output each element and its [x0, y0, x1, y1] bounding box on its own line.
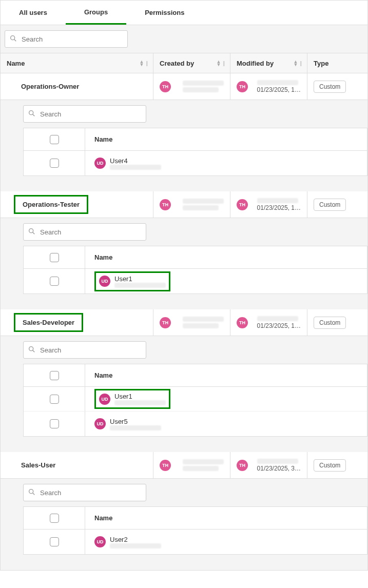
modified-date: 01/23/2025, 1…	[257, 86, 301, 93]
select-all-checkbox[interactable]	[50, 135, 59, 144]
svg-point-8	[29, 489, 33, 493]
redacted-text	[114, 400, 166, 405]
member-search-input[interactable]	[39, 228, 142, 237]
column-header-row: Name ▲▼ || Created by ▲▼ || Modified by …	[1, 53, 367, 73]
sort-icon[interactable]: ▲▼	[139, 60, 144, 66]
checkbox-cell	[24, 151, 85, 175]
colhead-created-by[interactable]: Created by ▲▼ ||	[153, 53, 230, 73]
svg-point-6	[29, 346, 33, 350]
group-name-cell: Operations-Tester	[1, 191, 153, 218]
sort-icon[interactable]: ▲▼	[216, 60, 221, 66]
search-field[interactable]	[5, 30, 128, 48]
select-all-checkbox[interactable]	[50, 371, 59, 380]
created-by-cell: TH	[153, 191, 230, 218]
group-members-panel: NameUDUser2	[1, 479, 367, 570]
colhead-modified-by[interactable]: Modified by ▲▼ ||	[230, 53, 307, 73]
modified-by-cell: TH01/23/2025, 1…	[230, 191, 307, 218]
group-row[interactable]: Operations-OwnerTHTH01/23/2025, 1…Custom	[1, 73, 367, 100]
avatar: TH	[160, 317, 171, 328]
avatar: TH	[160, 81, 171, 92]
member-search-field[interactable]	[23, 484, 146, 501]
member-search-field[interactable]	[23, 223, 146, 241]
member-name-header[interactable]: Name	[85, 514, 367, 522]
checkbox-cell	[24, 269, 85, 293]
modified-date: 01/23/2025, 1…	[257, 204, 301, 211]
tab-permissions[interactable]: Permissions	[126, 1, 203, 25]
member-row[interactable]: UDUser5	[24, 411, 367, 436]
member-highlight: UDUser1	[94, 271, 170, 291]
group-row[interactable]: Sales-UserTHTH01/23/2025, 3…Custom	[1, 452, 367, 479]
redacted-text	[110, 543, 161, 548]
colhead-created-by-label: Created by	[160, 60, 194, 67]
type-cell: Custom	[307, 191, 367, 218]
checkbox[interactable]	[50, 277, 59, 286]
member-row[interactable]: UDUser4	[24, 151, 367, 175]
searchbar	[1, 25, 367, 53]
checkbox[interactable]	[50, 159, 59, 168]
member-search-input[interactable]	[39, 346, 142, 355]
avatar: UD	[99, 276, 110, 287]
modified-date: 01/23/2025, 3…	[257, 465, 301, 472]
member-search-field[interactable]	[23, 105, 146, 123]
colhead-type[interactable]: Type	[307, 53, 367, 73]
member-name: User1	[114, 275, 166, 283]
member-table-header: Name	[24, 507, 367, 530]
tab-all-users[interactable]: All users	[1, 1, 66, 25]
group-members-panel: NameUDUser1UDUser5	[1, 336, 367, 452]
group-name: Operations-Owner	[21, 83, 79, 90]
member-name-header[interactable]: Name	[85, 253, 367, 261]
member-name-header[interactable]: Name	[85, 371, 367, 379]
colhead-modified-by-label: Modified by	[237, 60, 274, 67]
member-search-input[interactable]	[39, 110, 142, 119]
redacted-text	[257, 459, 298, 464]
group-row[interactable]: Operations-TesterTHTH01/23/2025, 1…Custo…	[1, 191, 367, 218]
checkbox[interactable]	[50, 537, 59, 546]
member-name-cell: UDUser2	[85, 536, 367, 548]
checkbox[interactable]	[50, 419, 59, 428]
colhead-type-label: Type	[314, 60, 328, 67]
group-name-cell: Sales-Developer	[1, 309, 153, 336]
member-row[interactable]: UDUser1	[24, 269, 367, 293]
search-icon	[28, 109, 36, 119]
member-table: NameUDUser1	[23, 246, 367, 294]
avatar: UD	[94, 158, 106, 169]
avatar: TH	[160, 199, 171, 210]
type-cell: Custom	[307, 309, 367, 336]
resize-handle-icon[interactable]: ||	[223, 61, 224, 66]
member-name-header[interactable]: Name	[85, 135, 367, 143]
modified-by-cell: TH01/23/2025, 1…	[230, 309, 307, 336]
type-cell: Custom	[307, 73, 367, 100]
redacted-text	[110, 165, 161, 170]
checkbox-cell	[24, 364, 85, 386]
avatar: TH	[237, 460, 248, 471]
search-icon	[28, 488, 36, 498]
checkbox[interactable]	[50, 395, 59, 404]
member-search-field[interactable]	[23, 341, 146, 359]
tab-groups[interactable]: Groups	[66, 1, 126, 25]
type-chip: Custom	[314, 459, 346, 472]
modified-by-cell: TH01/23/2025, 1…	[230, 73, 307, 100]
type-chip: Custom	[314, 81, 346, 93]
colhead-name[interactable]: Name ▲▼ ||	[1, 53, 153, 73]
member-table-header: Name	[24, 364, 367, 387]
sort-icon[interactable]: ▲▼	[293, 60, 298, 66]
select-all-checkbox[interactable]	[50, 253, 59, 262]
search-input[interactable]	[21, 35, 123, 44]
redacted-text	[110, 425, 161, 430]
checkbox-cell	[24, 128, 85, 150]
svg-line-7	[33, 350, 35, 352]
checkbox-cell	[24, 507, 85, 529]
avatar: TH	[237, 81, 248, 92]
resize-handle-icon[interactable]: ||	[300, 61, 301, 66]
type-chip: Custom	[314, 317, 346, 329]
created-by-cell: TH	[153, 309, 230, 336]
select-all-checkbox[interactable]	[50, 514, 59, 523]
member-search-input[interactable]	[39, 488, 142, 497]
resize-handle-icon[interactable]: ||	[146, 61, 147, 66]
group-row[interactable]: Sales-DeveloperTHTH01/23/2025, 1…Custom	[1, 309, 367, 336]
modified-date: 01/23/2025, 1…	[257, 322, 301, 329]
member-row[interactable]: UDUser1	[24, 387, 367, 411]
modified-by-cell: TH01/23/2025, 3…	[230, 452, 307, 478]
member-row[interactable]: UDUser2	[24, 530, 367, 554]
search-icon	[28, 227, 36, 237]
